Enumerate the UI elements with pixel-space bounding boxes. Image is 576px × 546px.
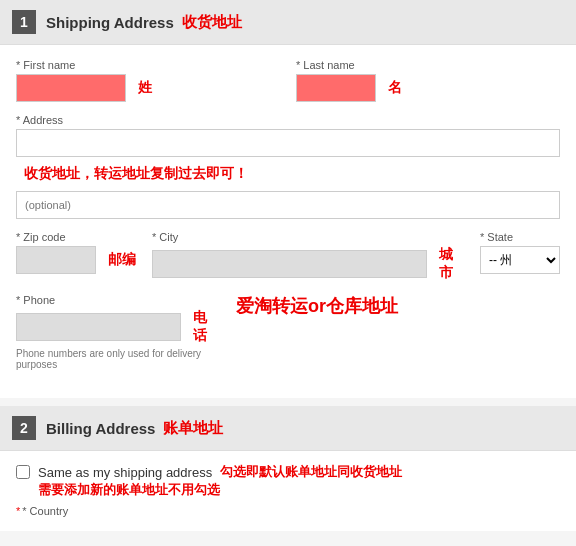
city-input[interactable]: [152, 250, 427, 278]
billing-title-en: Billing Address: [46, 420, 155, 437]
zip-city-state-row: * Zip code 邮编 * City 城市 * State -- 州: [16, 231, 560, 282]
shipping-section: 1 Shipping Address 收货地址 * First name 姓 *…: [0, 0, 576, 398]
city-cn: 城市: [439, 246, 464, 282]
checkbox-annotation-1: 勾选即默认账单地址同收货地址: [220, 463, 402, 481]
address-annotation-wrapper: 收货地址，转运地址复制过去即可！: [16, 161, 560, 187]
address-input[interactable]: [16, 129, 560, 157]
phone-label: * Phone: [16, 294, 216, 306]
billing-header: 2 Billing Address 账单地址: [0, 406, 576, 451]
same-address-checkbox[interactable]: [16, 465, 30, 479]
last-name-input[interactable]: [296, 74, 376, 102]
phone-annotation-wrapper: 爱淘转运or仓库地址: [236, 294, 560, 318]
billing-section: 2 Billing Address 账单地址 Same as my shippi…: [0, 406, 576, 531]
shipping-header: 1 Shipping Address 收货地址: [0, 0, 576, 45]
phone-field-row: 电话: [16, 309, 216, 345]
address-annotation: 收货地址，转运地址复制过去即可！: [16, 161, 560, 187]
city-label: * City: [152, 231, 464, 243]
billing-number: 2: [12, 416, 36, 440]
first-name-cn: 姓: [138, 79, 152, 97]
city-group: * City 城市: [152, 231, 464, 282]
zip-label: * Zip code: [16, 231, 136, 243]
billing-body: Same as my shipping address 勾选即默认账单地址同收货…: [0, 451, 576, 531]
phone-annotation: 爱淘转运or仓库地址: [236, 294, 398, 318]
name-row: * First name 姓 * Last name 名: [16, 59, 560, 102]
phone-input[interactable]: [16, 313, 181, 341]
address-optional-input[interactable]: [16, 191, 560, 219]
shipping-title-cn: 收货地址: [182, 13, 242, 32]
state-select[interactable]: -- 州: [480, 246, 560, 274]
shipping-body: * First name 姓 * Last name 名 * Address 收…: [0, 45, 576, 398]
address-label: * Address: [16, 114, 560, 126]
last-name-field-row: 名: [296, 74, 560, 102]
state-label: * State: [480, 231, 560, 243]
phone-group: * Phone 电话 Phone numbers are only used f…: [16, 294, 216, 370]
same-address-label: Same as my shipping address: [38, 465, 212, 480]
last-name-label: * Last name: [296, 59, 560, 71]
address-group: * Address: [16, 114, 560, 157]
same-address-row: Same as my shipping address 勾选即默认账单地址同收货…: [16, 463, 560, 499]
zip-input[interactable]: [16, 246, 96, 274]
first-name-label: * First name: [16, 59, 280, 71]
city-field-row: 城市: [152, 246, 464, 282]
checkbox-label-group: Same as my shipping address 勾选即默认账单地址同收货…: [38, 463, 402, 499]
shipping-title-en: Shipping Address: [46, 14, 174, 31]
checkbox-annotation-2: 需要添加新的账单地址不用勾选: [38, 481, 402, 499]
first-name-input[interactable]: [16, 74, 126, 102]
zip-field-row: 邮编: [16, 246, 136, 274]
first-name-group: * First name 姓: [16, 59, 280, 102]
shipping-number: 1: [12, 10, 36, 34]
billing-title-cn: 账单地址: [163, 419, 223, 438]
zip-group: * Zip code 邮编: [16, 231, 136, 282]
last-name-cn: 名: [388, 79, 402, 97]
checkbox-label-row: Same as my shipping address 勾选即默认账单地址同收货…: [38, 463, 402, 481]
phone-row: * Phone 电话 Phone numbers are only used f…: [16, 294, 560, 370]
last-name-group: * Last name 名: [296, 59, 560, 102]
address-optional-wrapper: [16, 191, 560, 219]
phone-hint: Phone numbers are only used for delivery…: [16, 348, 216, 370]
country-label: ** Country: [16, 505, 560, 517]
first-name-field-row: 姓: [16, 74, 280, 102]
state-group: * State -- 州: [480, 231, 560, 282]
zip-cn: 邮编: [108, 251, 136, 269]
phone-cn: 电话: [193, 309, 216, 345]
